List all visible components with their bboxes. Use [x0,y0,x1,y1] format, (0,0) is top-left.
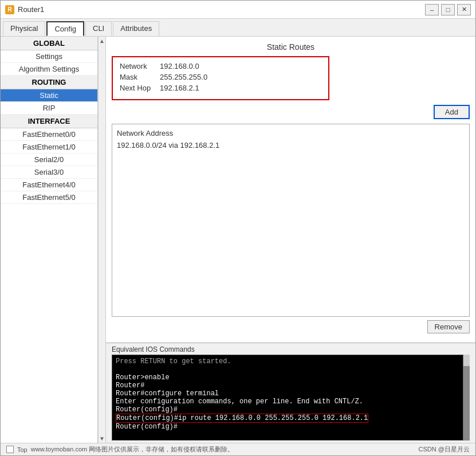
mask-value: 255.255.255.0 [160,73,207,81]
remove-button-row: Remove [112,317,470,337]
footer: Top www.toymoban.com 网络图片仅供展示，非存储，如有侵权请联… [1,443,475,455]
tab-cli[interactable]: CLI [85,21,112,36]
sidebar-section-interface: INTERFACE [1,115,97,128]
sidebar-item-serial3[interactable]: Serial3/0 [1,166,97,179]
tab-attributes[interactable]: Attributes [113,21,159,36]
mask-label: Mask [120,73,160,81]
tab-config[interactable]: Config [46,21,84,36]
ios-terminal[interactable]: Press RETURN to get started. Router>enab… [112,355,470,441]
terminal-scrollbar[interactable] [463,355,470,441]
add-button-row: Add [112,105,470,119]
right-panel: Static Routes Network 192.168.0.0 Mask 2… [106,37,475,443]
network-address-label: Network Address [117,129,465,137]
sidebar: GLOBAL Settings Algorithm Settings ROUTI… [1,37,98,443]
nexthop-value: 192.168.2.1 [160,84,199,92]
sidebar-section-routing: ROUTING [1,76,97,89]
window-title: Router1 [18,5,425,14]
sidebar-item-fastethernet5[interactable]: FastEthernet5/0 [1,191,97,204]
title-bar: R Router1 – □ ✕ [1,1,475,19]
nexthop-row: Next Hop 192.168.2.1 [120,84,321,92]
network-address-entry: 192.168.0.0/24 via 192.168.2.1 [117,141,465,150]
close-button[interactable]: ✕ [457,4,471,15]
ios-line-8: Router(config)# [116,423,466,431]
ios-line-highlighted: Router(config)#ip route 192.168.0.0 255.… [116,414,368,423]
ios-line-3: Router# [116,382,466,390]
minimize-button[interactable]: – [425,4,439,15]
content-area: GLOBAL Settings Algorithm Settings ROUTI… [1,37,475,443]
ios-line-4: Router#configure terminal [116,390,466,398]
sidebar-item-serial2[interactable]: Serial2/0 [1,154,97,166]
scrollbar-down-arrow[interactable]: ▼ [99,435,105,442]
static-routes-title: Static Routes [112,42,470,52]
nexthop-label: Next Hop [120,84,160,92]
remove-button[interactable]: Remove [427,320,470,333]
terminal-scrollbar-thumb[interactable] [463,355,470,366]
sidebar-item-fastethernet1[interactable]: FastEthernet1/0 [1,141,97,154]
ios-line-0: Press RETURN to get started. [116,357,466,365]
footer-watermark: www.toymoban.com 网络图片仅供展示，非存储，如有侵权请联系删除。 [31,445,234,454]
sidebar-section-global: GLOBAL [1,37,97,50]
top-checkbox[interactable] [6,446,14,453]
ios-line-1 [116,365,466,374]
sidebar-item-algorithm-settings[interactable]: Algorithm Settings [1,63,97,76]
ios-line-2: Router>enable [116,374,466,382]
maximize-button[interactable]: □ [441,4,455,15]
main-window: R Router1 – □ ✕ Physical Config CLI Attr… [0,0,476,456]
network-address-section: Network Address 192.168.0.0/24 via 192.1… [112,124,470,317]
sidebar-item-static[interactable]: Static [1,89,97,102]
sidebar-item-settings[interactable]: Settings [1,50,97,63]
footer-brand: CSDN @日星月云 [419,445,470,454]
sidebar-item-fastethernet0[interactable]: FastEthernet0/0 [1,128,97,141]
network-value: 192.168.0.0 [160,62,199,70]
static-routes-panel: Static Routes Network 192.168.0.0 Mask 2… [106,37,475,343]
window-icon: R [5,5,14,14]
ios-label: Equivalent IOS Commands [112,345,470,353]
top-label: Top [17,446,27,453]
network-row: Network 192.168.0.0 [120,62,321,70]
sidebar-item-rip[interactable]: RIP [1,102,97,115]
tab-physical[interactable]: Physical [3,21,45,36]
network-label: Network [120,62,160,70]
tab-bar: Physical Config CLI Attributes [1,19,475,37]
mask-row: Mask 255.255.255.0 [120,73,321,81]
ios-line-5: Enter configuration commands, one per li… [116,398,466,406]
ios-terminal-wrapper: Press RETURN to get started. Router>enab… [112,355,470,441]
scrollbar-up-arrow[interactable]: ▲ [99,38,105,44]
route-form: Network 192.168.0.0 Mask 255.255.255.0 N… [112,56,329,100]
window-controls: – □ ✕ [425,4,471,15]
sidebar-item-fastethernet4[interactable]: FastEthernet4/0 [1,179,97,191]
footer-left: Top www.toymoban.com 网络图片仅供展示，非存储，如有侵权请联… [6,445,234,454]
add-button[interactable]: Add [434,105,470,119]
ios-commands-section: Equivalent IOS Commands Press RETURN to … [106,343,475,443]
ios-line-6: Router(config)# [116,406,466,414]
